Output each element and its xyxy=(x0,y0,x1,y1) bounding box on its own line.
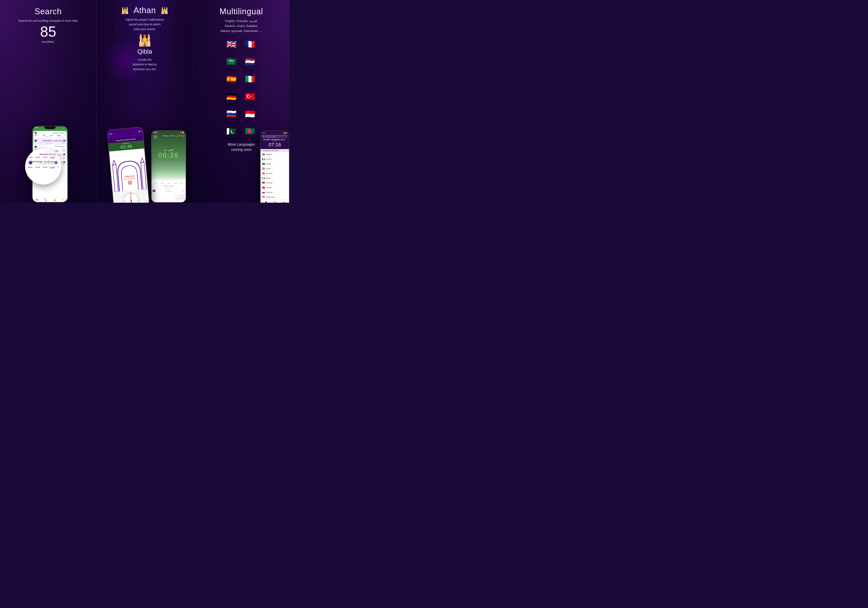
lang-item-english[interactable]: 🇬🇧 English xyxy=(260,152,289,157)
countdown-label: المغرب بعد xyxy=(152,149,186,151)
country-count: 85 xyxy=(40,25,56,39)
multilingual-subtitle: English, Français ,العربية Deutsch, Dutc… xyxy=(216,19,267,34)
athan-phone-main: 18:54 ▲ 📶 🔊 مسجد الأمير عبد القادر - قسن… xyxy=(151,130,186,203)
flag-italian: 🇮🇹 xyxy=(262,177,265,179)
bottom-icon-3: ↩ xyxy=(283,201,285,203)
main-phone-countdown: المغرب بعد 00:26 xyxy=(152,149,186,160)
bell-right-icon: 🕌 xyxy=(161,7,169,14)
lang-name-indonesian: Indonesian xyxy=(266,196,275,198)
speaker-icon: 🔊 xyxy=(153,135,157,139)
bell-left-icon: 🕌 xyxy=(121,7,129,14)
lang-bottom-bar: ✖ 🏠 ↩ xyxy=(260,200,289,203)
svg-marker-3 xyxy=(140,158,144,163)
flag-italy: 🇮🇹 xyxy=(243,72,257,87)
lang-item-italian[interactable]: 🇮🇹 Italian xyxy=(260,176,289,180)
flag-pakistan: 🇵🇰 xyxy=(224,124,239,139)
countdown-time: 00:26 xyxy=(152,151,186,160)
qibla-mosque: GRANDE MOSQUÉE DE PARIS xyxy=(116,138,136,141)
lang-item-dutch[interactable]: 🇳🇱 Dutch xyxy=(260,166,289,171)
flag-spanish: 🇪🇸 xyxy=(262,172,265,174)
lang-item-turkish[interactable]: 🇹🇷 Turkish xyxy=(260,185,289,190)
compass-svg: N E S W xyxy=(121,191,141,203)
flag-french: 🇫🇷 xyxy=(262,158,265,160)
flag-bangladesh: 🇧🇩 xyxy=(243,124,257,139)
flag-spain: 🇪🇸 xyxy=(224,72,239,87)
flag-france: 🇫🇷 xyxy=(243,37,257,51)
multilingual-title: Multilingual xyxy=(220,7,263,16)
mosque-item-2: i Ris-Orangis - مسجد الرحمة + →الجمعة 13… xyxy=(33,139,67,145)
flag-russia: 🇷🇺 xyxy=(224,107,239,121)
bottom-nav: ⚙ 🔍 🕌 ☾ xyxy=(33,197,67,202)
lang-name-turkish: Turkish xyxy=(266,187,272,189)
flag-turkey: 🇹🇷 xyxy=(243,89,257,104)
qibla-status: 📶 ⚡ xyxy=(139,130,142,132)
flag-uk: 🇬🇧 xyxy=(224,37,239,51)
play-button[interactable]: ▶ xyxy=(153,190,155,192)
status-time: 18:54 xyxy=(34,127,38,128)
multilingual-panel: Multilingual English, Français ,العربية … xyxy=(193,0,290,203)
search-panel: Search Search for surrounding mosques in… xyxy=(0,0,96,203)
lang-name-french: French xyxy=(266,158,271,160)
flag-indonesian: 🇮🇩 xyxy=(262,196,265,198)
prayer-times-grid: الفجر الظهر العصر المغرب العشاء إشعارات … xyxy=(152,181,186,202)
lang-name-dutch: Dutch xyxy=(266,168,271,170)
qibla-title: Qibla xyxy=(137,48,152,55)
status-icons: ▲ ● xyxy=(63,127,65,128)
lang-item-russian[interactable]: 🇷🇺 Russian xyxy=(260,190,289,195)
flag-dutch: 🇳🇱 xyxy=(262,168,265,170)
countries-label: countries. xyxy=(42,40,54,43)
lang-item-spanish[interactable]: 🇪🇸 Spanish xyxy=(260,171,289,176)
lang-name-german: German xyxy=(266,182,273,184)
phone-notch xyxy=(44,126,56,129)
flag-english: 🇬🇧 xyxy=(262,153,265,155)
mosque-arch-svg: DIRECTION DE LA QIBLA xyxy=(109,148,148,192)
qibla-phone: 12:02 📶 ⚡ GRANDE MOSQUÉE DE PARIS Duhr d… xyxy=(107,127,150,203)
flag-german: 🇩🇪 xyxy=(262,181,265,184)
lang-name-english: English xyxy=(266,154,272,155)
athan-panel: 🕌 Athan 🕌 Adjust the prayer notification… xyxy=(96,0,193,203)
main-phone-mosque: مسجد الأمير عبد القادر - قسنطينة xyxy=(158,135,184,136)
lang-item-french[interactable]: 🇫🇷 French xyxy=(260,157,289,161)
athan-subtitle: Adjust the prayer notifications sound an… xyxy=(119,17,171,31)
main-phone-time: 18:54 xyxy=(153,132,157,133)
lang-name-arabic: Arabic xyxy=(266,163,271,165)
qibla-screen: 12:02 📶 ⚡ GRANDE MOSQUÉE DE PARIS Duhr d… xyxy=(107,127,149,203)
qibla-arch-area: DIRECTION DE LA QIBLA xyxy=(109,148,148,192)
lang-item-indonesian[interactable]: 🇮🇩 Indonesian xyxy=(260,195,289,200)
svg-text:E: E xyxy=(137,200,138,201)
athan-header: 🕌 Athan 🕌 xyxy=(121,6,168,15)
main-phone-signal: ▲ 📶 xyxy=(180,132,184,133)
search-phone: 0 | 13:00 الجمعة 0.15 كم Mosquée de Grig… xyxy=(32,126,68,203)
mosque-icon: 🕌 xyxy=(138,34,152,47)
search-subtitle: Search for surrounding mosques in more t… xyxy=(12,19,85,23)
qibla-time: 12:02 xyxy=(108,133,112,135)
flag-indonesia: 🇮🇩 xyxy=(243,107,257,121)
svg-text:N: N xyxy=(130,193,132,195)
athan-title: Athan xyxy=(133,6,156,15)
lang-item-arabic[interactable]: 🇸🇦 Arabic xyxy=(260,161,289,166)
flag-netherlands: 🇳🇱 xyxy=(243,54,257,69)
flag-germany: 🇩🇪 xyxy=(224,89,239,104)
svg-rect-0 xyxy=(113,165,118,192)
flag-turkish: 🇹🇷 xyxy=(262,186,265,189)
lang-name-russian: Russian xyxy=(266,191,273,193)
bottom-icon-1: ✖ xyxy=(265,201,267,203)
lang-item-german[interactable]: 🇩🇪 German xyxy=(260,180,289,185)
flag-grid: 🇬🇧 🇫🇷 🇸🇦 🇳🇱 🇪🇸 🇮🇹 🇩🇪 🇹🇷 🇷🇺 🇮🇩 🇵🇰 🇧🇩 xyxy=(224,37,259,139)
flag-saudi: 🇸🇦 xyxy=(224,54,239,69)
magnify-mosque-name: Mosquée de Grigny xyxy=(28,153,59,155)
more-languages-text: More Languagescoming soon xyxy=(228,142,255,152)
svg-marker-1 xyxy=(112,160,116,165)
mosque-item-1: ⚙ Mosquée de Grigny 05:1513:5317:4521:02… xyxy=(33,131,67,139)
qibla-subtitle: Locate the direction to Mecca wherever y… xyxy=(126,57,164,71)
lang-white-section: Language selection 🇬🇧 English 🇫🇷 French … xyxy=(260,149,289,203)
flag-arabic: 🇸🇦 xyxy=(262,163,265,165)
flag-russian: 🇷🇺 xyxy=(262,191,265,193)
search-title: Search xyxy=(35,7,62,16)
lang-name-spanish: Spanish xyxy=(266,172,273,174)
bottom-icon-2: 🏠 xyxy=(273,201,277,203)
lang-name-italian: Italian xyxy=(266,177,271,179)
magnify-overlay: 0 | 13:00 الجمعة 0.15 كم Mosquée de Grig… xyxy=(25,148,61,185)
